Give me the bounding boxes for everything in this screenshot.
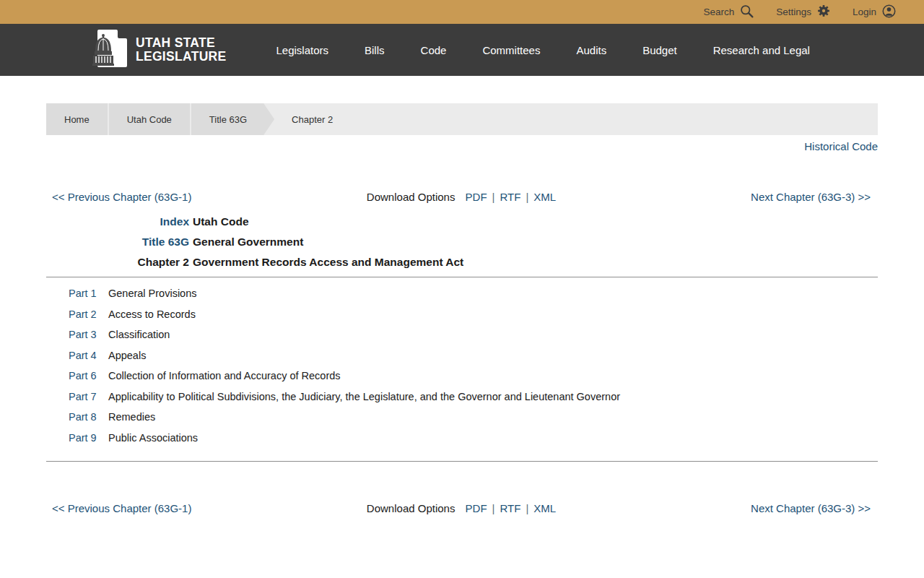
search-label: Search — [703, 7, 734, 17]
nav-item-research-and-legal[interactable]: Research and Legal — [695, 37, 828, 64]
nav-item-legislators[interactable]: Legislators — [258, 37, 346, 64]
list-item: Part 9 Public Associations — [46, 428, 878, 449]
part-9-link[interactable]: Part 9 — [69, 432, 97, 444]
part-2-title: Access to Records — [108, 304, 196, 325]
separator: | — [526, 191, 528, 203]
historical-code-link[interactable]: Historical Code — [804, 140, 878, 152]
index-link[interactable]: Index — [160, 215, 189, 228]
part-7-title: Applicability to Political Subdivisions,… — [108, 387, 620, 407]
separator: | — [526, 502, 528, 514]
list-item: Part 3 Classification — [46, 324, 878, 345]
next-chapter-link[interactable]: Next Chapter (63G-3) >> — [751, 191, 871, 203]
separator: | — [492, 191, 495, 203]
next-chapter-link[interactable]: Next Chapter (63G-3) >> — [751, 502, 871, 514]
part-3-link[interactable]: Part 3 — [69, 329, 97, 340]
login-button[interactable]: Login — [853, 4, 897, 21]
divider-bottom — [46, 461, 878, 462]
download-pdf-link[interactable]: PDF — [466, 191, 487, 203]
breadcrumb-current-chapter: Chapter 2 — [274, 103, 333, 135]
logo-wordmark: UTAH STATE LEGISLATURE — [136, 36, 226, 63]
title-63g-link[interactable]: Title 63G — [142, 236, 189, 248]
chapter-2-label: Chapter 2 — [46, 252, 189, 272]
list-item: Part 8 Remedies — [46, 407, 878, 428]
part-9-title: Public Associations — [108, 428, 198, 449]
download-options-label: Download Options — [367, 502, 456, 514]
breadcrumb: Home Utah Code Title 63G Chapter 2 — [46, 103, 878, 135]
part-1-link[interactable]: Part 1 — [69, 288, 97, 299]
download-options-label: Download Options — [367, 191, 456, 203]
settings-label: Settings — [776, 7, 811, 17]
breadcrumb-title-63g[interactable]: Title 63G — [191, 103, 274, 135]
search-button[interactable]: Search — [703, 4, 754, 21]
separator: | — [492, 502, 495, 514]
download-rtf-link[interactable]: RTF — [500, 191, 521, 203]
previous-chapter-link[interactable]: << Previous Chapter (63G-1) — [52, 502, 191, 514]
nav-item-bills[interactable]: Bills — [346, 37, 403, 64]
part-8-title: Remedies — [108, 407, 155, 428]
part-3-title: Classification — [108, 324, 170, 345]
site-logo[interactable]: UTAH STATE LEGISLATURE — [91, 27, 226, 72]
utility-bar: Search Settings Login — [0, 0, 924, 24]
index-title: Utah Code — [193, 212, 249, 232]
code-hierarchy: Index Utah Code Title 63G General Govern… — [46, 212, 878, 272]
gear-icon — [816, 4, 831, 20]
part-6-title: Collection of Information and Accuracy o… — [108, 366, 341, 387]
settings-button[interactable]: Settings — [776, 4, 831, 20]
list-item: Part 7 Applicability to Political Subdiv… — [46, 387, 878, 407]
download-xml-link[interactable]: XML — [533, 191, 556, 203]
login-label: Login — [853, 7, 876, 17]
nav-item-committees[interactable]: Committees — [464, 37, 558, 64]
part-7-link[interactable]: Part 7 — [69, 391, 97, 402]
spacer — [46, 514, 878, 549]
list-item: Part 2 Access to Records — [46, 304, 878, 325]
primary-nav: Legislators Bills Code Committees Audits… — [258, 37, 827, 64]
download-xml-link[interactable]: XML — [533, 502, 556, 514]
list-item: Part 6 Collection of Information and Acc… — [46, 366, 878, 387]
part-2-link[interactable]: Part 2 — [69, 309, 97, 320]
title-63g-title: General Government — [193, 232, 303, 252]
search-icon — [739, 4, 754, 21]
list-item: Part 4 Appeals — [46, 345, 878, 366]
part-4-title: Appeals — [108, 345, 146, 366]
part-4-link[interactable]: Part 4 — [69, 350, 97, 361]
part-6-link[interactable]: Part 6 — [69, 370, 97, 381]
part-8-link[interactable]: Part 8 — [69, 411, 97, 423]
previous-chapter-link[interactable]: << Previous Chapter (63G-1) — [52, 191, 191, 203]
list-item: Part 1 General Provisions — [46, 283, 878, 304]
download-rtf-link[interactable]: RTF — [500, 502, 521, 514]
breadcrumb-home[interactable]: Home — [46, 103, 108, 135]
page-content: Home Utah Code Title 63G Chapter 2 Histo… — [46, 103, 878, 578]
parts-list: Part 1 General Provisions Part 2 Access … — [46, 277, 878, 457]
chapter-2-title: Government Records Access and Management… — [193, 252, 463, 272]
nav-item-budget[interactable]: Budget — [624, 37, 695, 64]
nav-item-audits[interactable]: Audits — [558, 37, 624, 64]
user-icon — [881, 4, 897, 21]
chapter-nav-bottom: << Previous Chapter (63G-1) Download Opt… — [46, 502, 878, 514]
nav-item-code[interactable]: Code — [403, 37, 465, 64]
chapter-nav-top: << Previous Chapter (63G-1) Download Opt… — [46, 191, 878, 203]
part-1-title: General Provisions — [108, 283, 197, 304]
breadcrumb-utah-code[interactable]: Utah Code — [109, 103, 190, 135]
download-pdf-link[interactable]: PDF — [466, 502, 487, 514]
utah-capitol-logo-icon — [91, 27, 128, 72]
main-header: UTAH STATE LEGISLATURE Legislators Bills… — [0, 24, 924, 76]
